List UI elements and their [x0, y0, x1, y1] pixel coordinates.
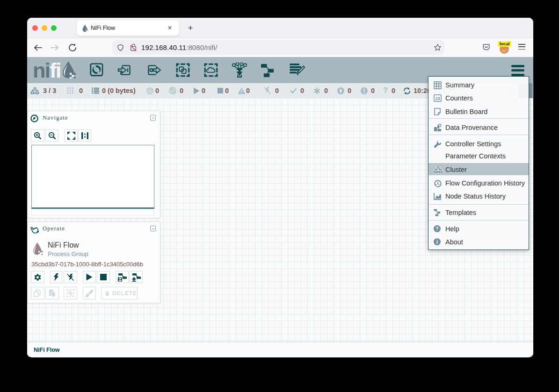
svg-text:?: ?: [436, 226, 438, 231]
svg-text:23: 23: [435, 96, 440, 101]
